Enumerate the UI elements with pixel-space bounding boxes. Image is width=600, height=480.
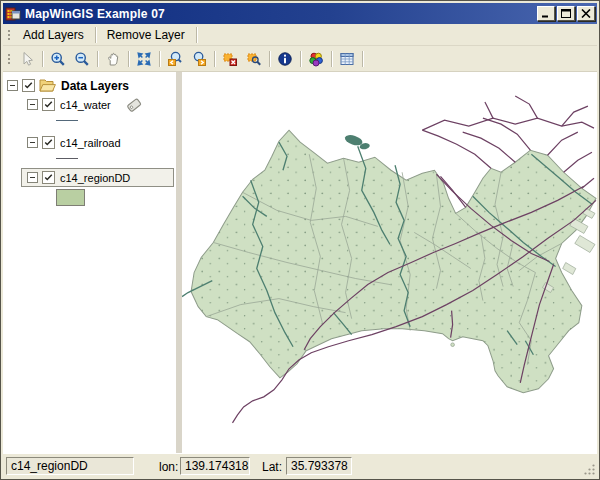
root-checkbox[interactable] — [22, 79, 35, 92]
status-lon-value: 139.174318 — [185, 459, 248, 473]
menu-separator — [196, 27, 197, 43]
check-icon — [44, 100, 53, 109]
toolbar-separator — [300, 51, 301, 67]
cursor-icon — [19, 51, 35, 67]
toolbar-separator — [269, 51, 270, 67]
symbology-button[interactable] — [304, 48, 328, 70]
toolbar-separator — [214, 51, 215, 67]
maximize-button[interactable] — [557, 6, 575, 21]
toolbar-separator — [128, 51, 129, 67]
identify-button[interactable] — [273, 48, 297, 70]
check-icon — [44, 138, 53, 147]
zoom-previous-button[interactable] — [163, 48, 187, 70]
pan-button[interactable] — [101, 48, 125, 70]
map-drawing — [182, 72, 597, 453]
fill-symbol-regiondd — [56, 189, 85, 206]
app-window: MapWinGIS Example 07 Add Layers Remove L… — [0, 0, 600, 480]
folder-icon — [39, 78, 56, 93]
tag-icon — [125, 96, 143, 114]
lat-label: Lat: — [262, 460, 282, 474]
menu-bar: Add Layers Remove Layer — [3, 24, 597, 46]
layer-row-railroad[interactable]: c14_railroad — [27, 134, 121, 151]
cursor-button[interactable] — [15, 48, 39, 70]
zoom-previous-icon — [167, 51, 183, 67]
toolbar-separator — [159, 51, 160, 67]
clear-selection-button[interactable] — [218, 48, 242, 70]
toolbar-grip-handle[interactable] — [7, 52, 11, 66]
line-symbol-water — [56, 120, 78, 121]
layer-row-regiondd[interactable]: c14_regionDD — [21, 168, 174, 187]
zoom-to-selection-button[interactable] — [242, 48, 266, 70]
close-icon — [581, 9, 591, 18]
layer-row-water[interactable]: c14_water — [27, 96, 143, 113]
resize-grip[interactable] — [583, 463, 596, 476]
attribute-table-icon — [339, 51, 355, 67]
clear-selection-icon — [222, 51, 238, 67]
lake — [344, 133, 371, 150]
status-lat-panel: 35.793378 — [286, 457, 352, 475]
symbology-icon — [308, 51, 324, 67]
symbol-row-railroad[interactable] — [56, 152, 78, 164]
zoom-next-icon — [191, 51, 207, 67]
status-layer-panel: c14_regionDD — [6, 457, 134, 475]
menu-grip-handle[interactable] — [7, 28, 11, 42]
menu-separator — [95, 27, 96, 43]
toolbar-separator — [362, 51, 363, 67]
zoom-to-selection-icon — [246, 51, 262, 67]
maximize-icon — [561, 9, 571, 18]
region-speckle-texture — [191, 130, 596, 393]
tree-root-row[interactable]: Data Layers — [7, 77, 129, 94]
zoom-out-icon — [74, 51, 90, 67]
minimize-icon — [541, 9, 551, 18]
status-bar: c14_regionDD lon: 139.174318 Lat: 35.793… — [3, 453, 597, 477]
toolbar-separator — [42, 51, 43, 67]
symbol-row-water[interactable] — [56, 114, 78, 126]
check-icon — [44, 173, 53, 182]
minimize-button[interactable] — [537, 6, 555, 21]
attribute-table-button[interactable] — [335, 48, 359, 70]
zoom-in-button[interactable] — [46, 48, 70, 70]
check-icon — [24, 81, 33, 90]
zoom-in-icon — [50, 51, 66, 67]
pan-icon — [105, 51, 121, 67]
collapse-icon[interactable] — [7, 80, 18, 91]
identify-icon — [277, 51, 293, 67]
zoom-extent-icon — [136, 51, 152, 67]
lon-label: lon: — [159, 460, 178, 474]
layer-checkbox-water[interactable] — [42, 98, 55, 111]
title-bar: MapWinGIS Example 07 — [3, 3, 597, 24]
status-lat-value: 35.793378 — [291, 459, 348, 473]
symbol-row-regiondd[interactable] — [56, 189, 85, 206]
line-symbol-railroad — [56, 158, 78, 159]
zoom-out-button[interactable] — [70, 48, 94, 70]
status-lon-panel: 139.174318 — [180, 457, 250, 475]
collapse-icon[interactable] — [27, 99, 38, 110]
island-dot — [451, 343, 455, 347]
layer-label-railroad: c14_railroad — [60, 137, 121, 149]
zoom-next-button[interactable] — [187, 48, 211, 70]
menu-remove-layer[interactable]: Remove Layer — [99, 25, 193, 45]
window-title: MapWinGIS Example 07 — [25, 7, 535, 21]
menu-add-layers[interactable]: Add Layers — [15, 25, 92, 45]
toolbar-separator — [331, 51, 332, 67]
tool-bar — [3, 46, 597, 72]
layer-label-regiondd: c14_regionDD — [60, 172, 130, 184]
close-button[interactable] — [577, 6, 595, 21]
map-canvas[interactable] — [182, 72, 597, 453]
layer-checkbox-regiondd[interactable] — [42, 171, 55, 184]
zoom-extent-button[interactable] — [132, 48, 156, 70]
tree-root-label: Data Layers — [61, 79, 129, 93]
layers-panel: Data Layers c14_water — [3, 72, 176, 453]
toolbar-separator — [97, 51, 98, 67]
app-icon — [5, 6, 21, 22]
layer-checkbox-railroad[interactable] — [42, 136, 55, 149]
status-layer-text: c14_regionDD — [11, 459, 88, 473]
content-area: Data Layers c14_water — [3, 72, 597, 453]
collapse-icon[interactable] — [27, 137, 38, 148]
layer-label-water: c14_water — [60, 99, 111, 111]
collapse-icon[interactable] — [27, 172, 38, 183]
